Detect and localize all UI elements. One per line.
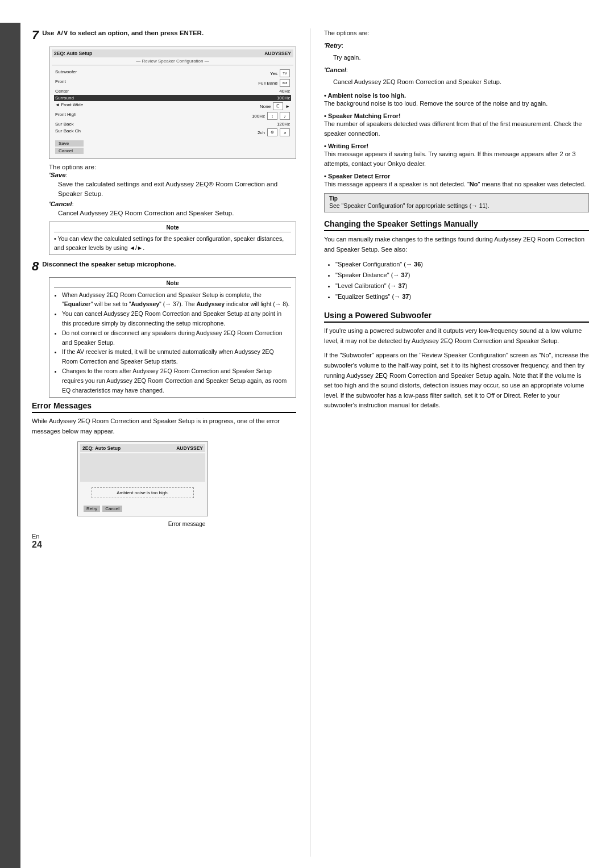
cancel-btn: Cancel [102, 506, 122, 512]
speaker-icon-1: 808 [280, 79, 290, 87]
col-right: The options are: 'Retry: Try again. 'Can… [310, 28, 589, 857]
note2-header: Note [54, 280, 291, 288]
changing-body: You can manually make changes to the set… [324, 235, 589, 254]
step7-number: 7 [32, 28, 39, 42]
step8-number: 8 [32, 260, 39, 273]
screen-row-center: Center 40Hz [54, 88, 291, 94]
right-options-intro: The options are: [324, 28, 589, 39]
note1-header: Note [54, 224, 291, 232]
left-tab [0, 23, 20, 868]
options-intro: The options are: 'Save: Save the calcula… [49, 164, 296, 218]
step8-text: Disconnect the speaker setup microphone. [42, 260, 176, 269]
subwoofer-section: Using a Powered Subwoofer If you're usin… [324, 311, 589, 411]
error-screen-caption: Error message [77, 521, 296, 527]
screen1-audyssey: AUDYSSEY [264, 51, 291, 56]
page: 7 Use ∧/∨ to select an option, and then … [0, 0, 614, 868]
error-matching-header: • Speaker Matching Error! [324, 112, 589, 119]
retry-desc: Try again. [333, 53, 589, 63]
see-also-3: "Level Calibration" (→ 37) [335, 281, 589, 291]
tv-icon: TV [280, 69, 290, 77]
tip-header: Tip [329, 195, 584, 202]
screen1: 2EQ: Auto Setup AUDYSSEY — Review Speake… [49, 47, 296, 159]
page-number-area: En 24 [32, 533, 296, 550]
step8-header: 8 Disconnect the speaker setup microphon… [32, 260, 296, 273]
step7-header: 7 Use ∧/∨ to select an option, and then … [32, 28, 296, 42]
screen-row-surround: Surround 100Hz [54, 95, 291, 101]
speaker-icon-6: ♬ [280, 128, 290, 136]
speaker-icon-4: ♪ [280, 112, 290, 120]
option-cancel-label: 'Cancel [49, 201, 72, 207]
screen-save-btn: Save [55, 140, 84, 147]
error-item-writing: • Writing Error! This message appears if… [324, 143, 589, 169]
speaker-icon-5: ⊕ [267, 128, 277, 136]
content-area: 7 Use ∧/∨ to select an option, and then … [20, 23, 614, 868]
cancel-right-label: 'Cancel [324, 66, 346, 73]
cancel-right-desc: Cancel Audyssey 2EQ Room Correction and … [333, 77, 589, 87]
page-number: 24 [32, 540, 42, 549]
error-section-header: Error Messages [32, 401, 296, 413]
note2-item4: If the AV receiver is muted, it will be … [62, 347, 291, 366]
screen1-rows: Subwoofer Yes TV Front Full Band 808 [52, 68, 293, 138]
note1: Note • You can view the calculated setti… [49, 222, 296, 256]
option-save-label: 'Save [49, 172, 66, 178]
speaker-icon-2: ⊏ [273, 102, 283, 110]
error-item-matching: • Speaker Matching Error! The number of … [324, 112, 589, 139]
screen-row-surback: Sur Back 120Hz [54, 121, 291, 127]
error-section: Error Messages While Audyssey 2EQ Room C… [32, 401, 296, 527]
error-noise-text: The background noise is too loud. Remove… [324, 99, 589, 109]
screen-row-front: Front Full Band 808 [54, 78, 291, 87]
subwoofer-body1: If you're using a powered subwoofer and … [324, 326, 589, 346]
changing-section: Changing the Speaker Settings Manually Y… [324, 219, 589, 302]
error-matching-text: The number of speakers detected was diff… [324, 119, 589, 139]
error-section-desc: While Audyssey 2EQ Room Correction and S… [32, 416, 296, 436]
tip-box: Tip See "Speaker Configuration" for appr… [324, 193, 589, 213]
screen-row-subwoofer: Subwoofer Yes TV [54, 69, 291, 78]
option-cancel-desc: Cancel Audyssey 2EQ Room Correction and … [58, 208, 296, 218]
see-also-4: "Equalizer Settings" (→ 37) [335, 291, 589, 302]
screen-row-frontwide: ◄ Front Wide None ⊏ ► [54, 102, 291, 111]
note1-text: • You can view the calculated settings f… [54, 235, 291, 253]
error-item-detect: • Speaker Detect Error This message appe… [324, 173, 589, 190]
error-screen: 2EQ: Auto Setup AUDYSSEY Ambient noise i… [77, 441, 208, 516]
see-also-2: "Speaker Distance" (→ 37) [335, 270, 589, 281]
error-message-text: Ambient noise is too high. [92, 487, 194, 498]
error-screen-bg [80, 453, 205, 482]
note2-item1: When Audyssey 2EQ Room Correction and Sp… [62, 290, 291, 310]
en-label: En [32, 533, 39, 540]
options-intro-text: The options are: [49, 164, 296, 170]
error-detect-text: This message appears if a speaker is not… [324, 180, 589, 190]
error-screen-buttons: Retry Cancel [80, 504, 205, 514]
note2: Note When Audyssey 2EQ Room Correction a… [49, 277, 296, 398]
option-save-desc: Save the calculated settings and exit Au… [58, 180, 296, 199]
speaker-icon-3: ↕ [267, 112, 277, 120]
error-writing-text: This message appears if saving fails. Tr… [324, 149, 589, 169]
subwoofer-header: Using a Powered Subwoofer [324, 311, 589, 323]
error-noise-header: • Ambient noise is too high. [324, 92, 589, 99]
error-screen-titlebar: 2EQ: Auto Setup AUDYSSEY [80, 444, 205, 452]
screen-row-surbackch: Sur Back Ch 2ch ⊕ ♬ [54, 128, 291, 137]
subwoofer-body2: If the "Subwoofer" appears on the "Revie… [324, 350, 589, 411]
screen1-buttons: Save Cancel [52, 138, 293, 156]
col-left: 7 Use ∧/∨ to select an option, and then … [32, 28, 310, 857]
retry-btn: Retry [84, 506, 100, 512]
see-also-1: "Speaker Configuration" (→ 36) [335, 259, 589, 270]
see-also-list: "Speaker Configuration" (→ 36) "Speaker … [324, 259, 589, 302]
screen-row-fronthigh: Front High 100Hz ↕ ♪ [54, 111, 291, 120]
tip-text: See "Speaker Configuration" for appropri… [329, 202, 584, 211]
note2-items: When Audyssey 2EQ Room Correction and Sp… [62, 290, 291, 395]
error-item-noise: • Ambient noise is too high. The backgro… [324, 92, 589, 109]
error-screen-audyssey: AUDYSSEY [176, 445, 203, 451]
error-detect-header: • Speaker Detect Error [324, 173, 589, 180]
error-screen-title: 2EQ: Auto Setup [82, 445, 121, 451]
retry-label: 'Retry [324, 42, 342, 49]
note2-item5: Changes to the room after Audyssey 2EQ R… [62, 366, 291, 395]
error-writing-header: • Writing Error! [324, 143, 589, 149]
screen-cancel-btn: Cancel [55, 148, 84, 154]
screen1-subtitle: — Review Speaker Configuration — [52, 59, 293, 65]
right-options: The options are: 'Retry: Try again. 'Can… [324, 28, 589, 87]
note2-item3: Do not connect or disconnect any speaker… [62, 328, 291, 348]
changing-header: Changing the Speaker Settings Manually [324, 219, 589, 231]
screen1-titlebar: 2EQ: Auto Setup AUDYSSEY [52, 49, 293, 57]
step7-text: Use ∧/∨ to select an option, and then pr… [42, 28, 204, 38]
screen1-title: 2EQ: Auto Setup [54, 51, 92, 56]
